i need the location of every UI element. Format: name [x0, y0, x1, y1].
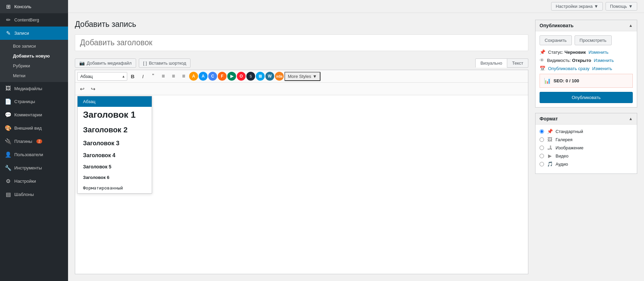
sidebar: ⊞ Консоль ✏ ContentBerg ✎ Записи Все зап… [0, 0, 68, 281]
gallery-format-label: Галерея [556, 137, 573, 142]
save-draft-button[interactable]: Сохранить [540, 35, 572, 45]
add-media-button[interactable]: 📷 Добавить медиафайл [75, 59, 136, 68]
sidebar-item-contentberg[interactable]: ✏ ContentBerg [0, 13, 68, 27]
dropdown-item-h4[interactable]: Заголовок 4 [78, 150, 152, 161]
format-radio-audio-input[interactable] [540, 162, 544, 166]
sidebar-sub-tags[interactable]: Метки [0, 71, 68, 81]
paragraph-select[interactable]: Абзац Заголовок 1 Заголовок 2 Заголовок … [77, 72, 127, 81]
sidebar-item-label: Записи [14, 31, 29, 36]
wordpress-icon[interactable]: W [265, 72, 274, 81]
firefox-icon[interactable]: F [218, 72, 227, 81]
more-styles-button[interactable]: More Styles ▼ [284, 72, 320, 81]
dropdown-item-pre[interactable]: Форматированный [78, 183, 152, 193]
appearance-icon: 🎨 [5, 125, 12, 131]
sidebar-item-comments[interactable]: 💬 Комментарии [0, 108, 68, 121]
publish-panel-title: Опубликовать [540, 23, 574, 28]
sidebar-item-settings[interactable]: ⚙ Настройки [0, 175, 68, 188]
format-radio-standard-input[interactable] [540, 129, 544, 134]
more-styles-label: More Styles [288, 74, 311, 79]
insert-shortcode-icon: [ ] [143, 61, 147, 66]
dropdown-item-h3[interactable]: Заголовок 3 [78, 137, 152, 150]
align-center-button[interactable]: ≡ [169, 71, 178, 81]
visual-tab[interactable]: Визуально [475, 59, 507, 68]
publish-date-change-link[interactable]: Изменить [592, 66, 612, 71]
format-radio-image-input[interactable] [540, 146, 544, 150]
opera-icon[interactable]: O [237, 72, 246, 81]
visibility-change-link[interactable]: Изменить [594, 58, 614, 63]
publish-collapse-button[interactable]: ▲ [629, 23, 633, 28]
post-title-input[interactable] [75, 34, 528, 51]
appstore-icon[interactable]: A [199, 72, 208, 81]
sidebar-item-tools[interactable]: 🔧 Инструменты [0, 161, 68, 175]
microsoft-icon[interactable]: ⊞ [256, 72, 265, 81]
format-panel-content: 📌 Стандартный 🖼 Галерея 🏞 Изображение [535, 125, 637, 173]
seo-label: SEO: 0 / 100 [554, 78, 579, 83]
sidebar-item-plugins[interactable]: 🔌 Плагины 2 [0, 135, 68, 148]
sidebar-item-label: Инструменты [14, 165, 42, 170]
format-radio-video-input[interactable] [540, 154, 544, 158]
undo-button[interactable]: ↩ [77, 84, 87, 94]
main-content: Настройки экрана ▼ Помощь ▼ Добавить зап… [68, 0, 644, 281]
format-radio-gallery-input[interactable] [540, 137, 544, 142]
console-icon: ⊞ [5, 3, 12, 10]
media-icon: 🖼 [5, 85, 12, 92]
status-icon: 📌 [540, 49, 545, 55]
status-change-link[interactable]: Изменить [589, 50, 609, 55]
sidebar-item-label: Комментарии [14, 112, 42, 117]
align-right-button[interactable]: ≡ [179, 71, 188, 81]
plugins-badge: 2 [36, 139, 43, 144]
format-radio-gallery: 🖼 Галерея [540, 137, 633, 142]
page-title: Добавить запись [75, 20, 528, 29]
status-row: 📌 Статус: Черновик Изменить [540, 49, 633, 55]
format-toolbar: Абзац Заголовок 1 Заголовок 2 Заголовок … [75, 70, 528, 83]
format-toolbar-row2: ↩ ↪ [75, 83, 528, 95]
insert-shortcode-button[interactable]: [ ] Вставить шорткод [139, 59, 191, 68]
sidebar-item-console[interactable]: ⊞ Консоль [0, 0, 68, 13]
publish-actions: Сохранить Просмотреть [540, 35, 633, 45]
seo-icon: 📊 [544, 78, 551, 84]
sidebar-item-posts[interactable]: ✎ Записи [0, 27, 68, 40]
redo-button[interactable]: ↪ [88, 84, 98, 94]
dropdown-item-h6[interactable]: Заголовок 6 [78, 172, 152, 183]
help-button[interactable]: Помощь ▼ [606, 2, 637, 11]
text-tab[interactable]: Текст [507, 59, 528, 68]
format-collapse-button[interactable]: ▲ [629, 116, 633, 121]
sidebar-item-pages[interactable]: 📄 Страницы [0, 95, 68, 108]
sidebar-sub-add-new[interactable]: Добавить новую [0, 51, 68, 61]
publish-button[interactable]: Опубликовать [540, 92, 633, 103]
help-arrow-icon: ▼ [628, 4, 633, 9]
steam-icon[interactable]: S [246, 72, 255, 81]
sidebar-item-appearance[interactable]: 🎨 Внешний вид [0, 121, 68, 135]
italic-button[interactable]: I [138, 71, 148, 81]
right-panel: Опубликовать ▲ Сохранить Просмотреть 📌 [535, 20, 637, 274]
dropdown-item-h5[interactable]: Заголовок 5 [78, 161, 152, 172]
publish-date-label[interactable]: Опубликовать сразу [548, 66, 590, 71]
sidebar-item-media[interactable]: 🖼 Медиафайлы [0, 82, 68, 95]
content-wrapper: Добавить запись 📷 Добавить медиафайл [ ]… [68, 13, 644, 281]
publish-date-row: 📅 Опубликовать сразу Изменить [540, 66, 633, 71]
insert-shortcode-label: Вставить шорткод [149, 61, 186, 66]
dropdown-item-h1[interactable]: Заголовок 1 [78, 107, 152, 123]
comments-icon: 💬 [5, 112, 12, 118]
plugins-icon: 🔌 [5, 138, 12, 145]
add-media-icon: 📷 [79, 61, 85, 66]
dropdown-item-h2[interactable]: Заголовок 2 [78, 123, 152, 137]
screen-settings-button[interactable]: Настройки экрана ▼ [551, 2, 602, 11]
bold-button[interactable]: B [128, 71, 137, 81]
sidebar-item-templates[interactable]: ▤ Шаблоны [0, 188, 68, 201]
blockquote-button[interactable]: " [148, 71, 158, 81]
align-left-button[interactable]: ≡ [159, 71, 168, 81]
sidebar-item-label: Шаблоны [14, 192, 34, 197]
contentberg-icon: ✏ [5, 17, 12, 23]
sidebar-item-users[interactable]: 👤 Пользователи [0, 148, 68, 161]
amazon-icon[interactable]: A [189, 72, 198, 81]
publish-panel: Опубликовать ▲ Сохранить Просмотреть 📌 [535, 20, 637, 108]
xda-icon[interactable]: xda [275, 72, 284, 81]
chrome-icon[interactable]: C [208, 72, 217, 81]
sidebar-sub-all-posts[interactable]: Все записи [0, 41, 68, 51]
preview-button[interactable]: Просмотреть [575, 35, 612, 45]
standard-format-icon: 📌 [547, 129, 553, 134]
dropdown-item-paragraph[interactable]: Абзац [78, 96, 152, 107]
play-icon[interactable]: ▶ [227, 72, 236, 81]
sidebar-sub-categories[interactable]: Рубрики [0, 61, 68, 71]
